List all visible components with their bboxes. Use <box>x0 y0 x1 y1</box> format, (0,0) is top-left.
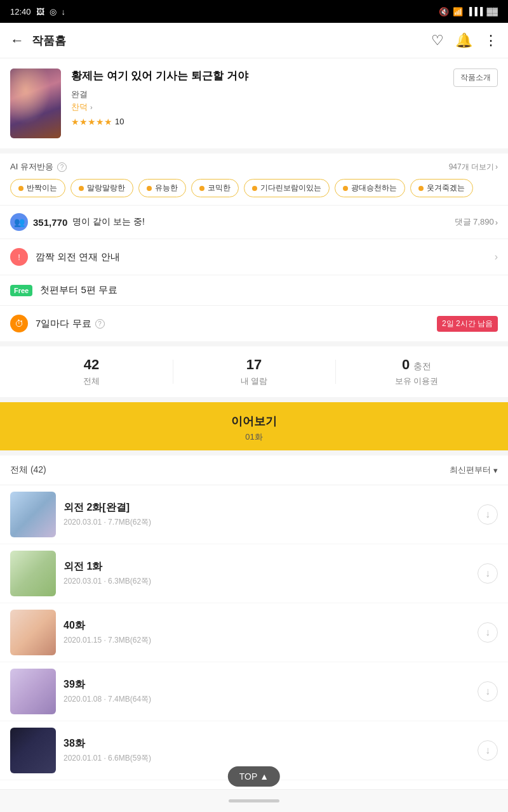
episode-item[interactable]: 외전 1화 2020.03.01 · 6.3MB(62쪽) ↓ <box>0 544 508 603</box>
star-icons: ★★★★★ <box>71 117 112 127</box>
work-status: 완결 <box>71 89 443 100</box>
episode-list-header: 전체 (42) 최신편부터 ▾ <box>0 455 508 485</box>
stat-charge: 0 충전 보유 이용권 <box>335 357 498 387</box>
episode-meta: 2020.01.08 · 7.4MB(64쪽) <box>64 694 470 705</box>
viewers-text: 명이 같이 보는 중! <box>72 216 145 228</box>
help-icon[interactable]: ? <box>57 162 67 172</box>
wifi-icon: 📶 <box>453 7 463 16</box>
episode-item[interactable]: 40화 2020.01.15 · 7.3MB(62쪽) ↓ <box>0 603 508 662</box>
my-reading-label: 내 열람 <box>241 376 268 387</box>
tag-dot-icon <box>199 186 204 191</box>
bottom-navigation <box>0 789 508 812</box>
tag-dot-icon <box>418 186 424 191</box>
timer-help-icon[interactable]: ? <box>95 319 105 329</box>
viewers-left: 👥 351,770 명이 같이 보는 중! <box>10 213 145 231</box>
top-button[interactable]: TOP ▲ <box>228 766 280 787</box>
continue-label: 이어보기 <box>231 414 277 429</box>
episode-meta: 2020.01.15 · 7.3MB(62쪽) <box>64 635 470 646</box>
episode-sort-button[interactable]: 최신편부터 ▾ <box>450 464 498 476</box>
sort-arrow-icon: ▾ <box>493 466 498 475</box>
episode-item[interactable]: 외전 2화[완결] 2020.03.01 · 7.7MB(62쪽) ↓ <box>0 485 508 544</box>
view-label: 보유 이용권 <box>395 376 439 387</box>
download-button[interactable]: ↓ <box>478 563 498 584</box>
episode-thumbnail <box>10 492 56 537</box>
charge-label: 충전 <box>413 361 431 372</box>
viewers-icon: 👥 <box>10 213 28 231</box>
notice-section[interactable]: ! 깜짝 외전 연재 안내 › <box>0 239 508 275</box>
ai-tag[interactable]: 코믹한 <box>191 179 239 197</box>
episode-title: 외전 1화 <box>64 560 470 573</box>
status-bar-left: 12:40 🖼 ◎ ↓ <box>10 7 65 16</box>
charge-count: 0 <box>402 357 410 373</box>
timer-section: ⏱ 7일마다 무료 ? 2일 2시간 남음 <box>0 306 508 346</box>
download-status-icon: ↓ <box>62 7 66 16</box>
ai-reactions-section: AI 유저반응 ? 947개 더보기 › 반짝이는 말랑말랑한 유능한 코믹한 … <box>0 154 508 206</box>
ai-tag[interactable]: 기다린보람이있는 <box>244 179 330 197</box>
viewers-count: 351,770 <box>33 217 67 228</box>
tag-dot-icon <box>147 186 152 191</box>
episode-thumbnail <box>10 669 56 714</box>
top-label: TOP <box>239 771 258 782</box>
download-button[interactable]: ↓ <box>478 681 498 702</box>
status-bar: 12:40 🖼 ◎ ↓ 🔇 📶 ▐▐▐ ▓▓ <box>0 0 508 23</box>
bottom-bar <box>229 799 279 802</box>
stats-section: 42 전체 17 내 열람 0 충전 보유 이용권 <box>0 346 508 402</box>
back-button[interactable]: ← <box>10 32 24 49</box>
notice-text: 깜짝 외전 연재 안내 <box>36 251 487 263</box>
header-left: ← 작품홈 <box>10 32 66 49</box>
ai-tag[interactable]: 광대승천하는 <box>335 179 405 197</box>
top-arrow-icon: ▲ <box>260 771 269 782</box>
ai-tag[interactable]: 유능한 <box>138 179 186 197</box>
episode-title: 38화 <box>64 737 470 750</box>
work-info-section: 황제는 여기 있어 기사는 퇴근할 거야 완결 찬덕 › ★★★★★ 10 작품… <box>0 58 508 154</box>
episode-total: 전체 (42) <box>10 464 46 476</box>
free-badge: Free <box>10 285 32 296</box>
header-right: ♡ 🔔 ⋮ <box>431 32 498 49</box>
comments-link[interactable]: 댓글 7,890 › <box>455 216 498 228</box>
download-button[interactable]: ↓ <box>478 504 498 525</box>
ai-tag[interactable]: 반짝이는 <box>10 179 65 197</box>
favorite-icon[interactable]: ♡ <box>431 32 444 49</box>
work-title: 황제는 여기 있어 기사는 퇴근할 거야 <box>71 69 443 84</box>
work-meta: 황제는 여기 있어 기사는 퇴근할 거야 완결 찬덕 › ★★★★★ 10 <box>71 69 443 127</box>
stat-total: 42 전체 <box>10 357 173 387</box>
tag-dot-icon <box>79 186 84 191</box>
location-icon: ◎ <box>50 7 57 16</box>
work-info-right: 작품소개 <box>453 69 498 87</box>
ai-tags-list: 반짝이는 말랑말랑한 유능한 코믹한 기다린보람이있는 광대승천하는 웃겨죽겠는 <box>10 179 498 197</box>
work-author[interactable]: 찬덕 › <box>71 102 443 113</box>
ai-tag[interactable]: 말랑말랑한 <box>70 179 133 197</box>
author-arrow-icon: › <box>90 103 93 111</box>
ai-header: AI 유저반응 ? 947개 더보기 › <box>10 161 498 173</box>
episode-info: 40화 2020.01.15 · 7.3MB(62쪽) <box>64 619 470 646</box>
episode-thumbnail <box>10 551 56 596</box>
total-count: 42 <box>84 357 99 373</box>
comment-arrow-icon: › <box>495 218 498 227</box>
download-button[interactable]: ↓ <box>478 622 498 643</box>
free-text: 첫편부터 5편 무료 <box>40 284 117 296</box>
episode-info: 외전 2화[완결] 2020.03.01 · 7.7MB(62쪽) <box>64 501 470 528</box>
episode-meta: 2020.01.01 · 6.6MB(59쪽) <box>64 753 470 764</box>
viewers-section: 👥 351,770 명이 같이 보는 중! 댓글 7,890 › <box>0 206 508 239</box>
status-bar-right: 🔇 📶 ▐▐▐ ▓▓ <box>439 7 498 16</box>
mute-icon: 🔇 <box>439 7 449 16</box>
total-label: 전체 <box>83 376 100 387</box>
my-reading-count: 17 <box>246 357 262 373</box>
download-button[interactable]: ↓ <box>478 740 498 761</box>
status-time: 12:40 <box>10 7 31 16</box>
tag-dot-icon <box>343 186 348 191</box>
episode-thumbnail <box>10 610 56 655</box>
notification-icon[interactable]: 🔔 <box>455 32 472 49</box>
ai-more-link[interactable]: 947개 더보기 › <box>449 162 498 173</box>
app-header: ← 작품홈 ♡ 🔔 ⋮ <box>0 23 508 58</box>
ai-title: AI 유저반응 ? <box>10 161 67 173</box>
episode-title: 외전 2화[완결] <box>64 501 470 514</box>
signal-icon: ▐▐▐ <box>467 7 483 16</box>
ai-tag[interactable]: 웃겨죽겠는 <box>410 179 473 197</box>
continue-button[interactable]: 이어보기 01화 <box>0 402 508 455</box>
episode-thumbnail <box>10 728 56 773</box>
work-intro-button[interactable]: 작품소개 <box>453 69 498 87</box>
more-menu-icon[interactable]: ⋮ <box>484 32 498 49</box>
episode-item[interactable]: 39화 2020.01.08 · 7.4MB(64쪽) ↓ <box>0 662 508 721</box>
episode-meta: 2020.03.01 · 6.3MB(62쪽) <box>64 576 470 587</box>
